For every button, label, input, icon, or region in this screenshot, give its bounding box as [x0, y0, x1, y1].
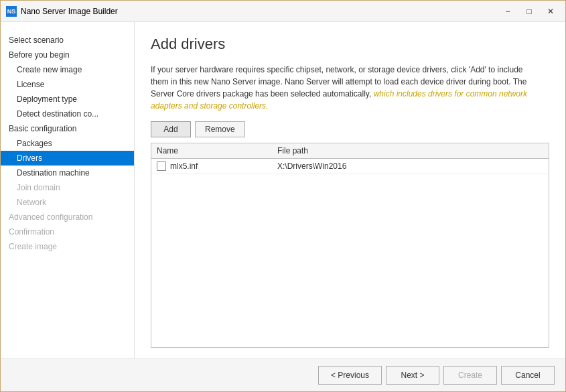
close-button[interactable]: ✕: [541, 5, 560, 18]
sidebar-item-advanced-configuration: Advanced configuration: [1, 210, 134, 224]
next-button[interactable]: Next >: [386, 366, 439, 385]
sidebar-item-confirmation: Confirmation: [1, 224, 134, 239]
page-title: Add drivers: [151, 36, 549, 53]
row-driver-path: X:\Drivers\Win2016: [277, 161, 543, 171]
table-body: mlx5.inf X:\Drivers\Win2016: [151, 159, 549, 306]
sidebar-item-create-new-image[interactable]: Create new image: [1, 62, 134, 77]
maximize-button[interactable]: □: [520, 5, 539, 18]
content-area: Select scenario Before you begin Create …: [1, 22, 565, 358]
sidebar: Select scenario Before you begin Create …: [1, 22, 135, 358]
app-icon: NS: [6, 6, 17, 17]
sidebar-item-before-you-begin[interactable]: Before you begin: [1, 48, 134, 62]
window-controls: − □ ✕: [498, 5, 560, 18]
toolbar: Add Remove: [151, 121, 549, 137]
remove-button[interactable]: Remove: [195, 121, 245, 137]
sidebar-item-basic-configuration[interactable]: Basic configuration: [1, 121, 134, 136]
sidebar-item-packages[interactable]: Packages: [1, 136, 134, 151]
minimize-button[interactable]: −: [498, 5, 517, 18]
sidebar-item-destination-machine[interactable]: Destination machine: [1, 166, 134, 180]
column-filepath: File path: [277, 146, 543, 155]
driver-table: Name File path mlx5.inf X:\Drivers\Win20…: [151, 143, 549, 348]
main-window: NS Nano Server Image Builder − □ ✕ Selec…: [0, 0, 566, 392]
add-button[interactable]: Add: [151, 121, 191, 137]
sidebar-item-join-domain: Join domain: [1, 180, 134, 195]
sidebar-item-license[interactable]: License: [1, 77, 134, 92]
title-bar: NS Nano Server Image Builder − □ ✕: [1, 1, 565, 22]
footer: < Previous Next > Create Cancel: [1, 358, 565, 391]
sidebar-item-drivers[interactable]: Drivers: [1, 151, 134, 166]
sidebar-item-create-image: Create image: [1, 239, 134, 254]
column-name: Name: [157, 146, 277, 155]
row-checkbox[interactable]: [157, 161, 166, 171]
row-driver-name: mlx5.inf: [170, 161, 277, 171]
sidebar-item-select-scenario[interactable]: Select scenario: [1, 33, 134, 48]
main-content: Add drivers If your server hardware requ…: [135, 22, 565, 358]
sidebar-item-network: Network: [1, 195, 134, 210]
create-button[interactable]: Create: [443, 366, 497, 385]
description-text: If your server hardware requires specifi…: [151, 64, 539, 112]
table-row[interactable]: mlx5.inf X:\Drivers\Win2016: [151, 159, 549, 174]
table-header: Name File path: [151, 143, 549, 159]
sidebar-item-deployment-type[interactable]: Deployment type: [1, 92, 134, 107]
cancel-button[interactable]: Cancel: [501, 366, 555, 385]
window-title: Nano Server Image Builder: [21, 7, 498, 16]
previous-button[interactable]: < Previous: [318, 366, 382, 385]
sidebar-item-detect-destination[interactable]: Detect destination co...: [1, 107, 134, 121]
